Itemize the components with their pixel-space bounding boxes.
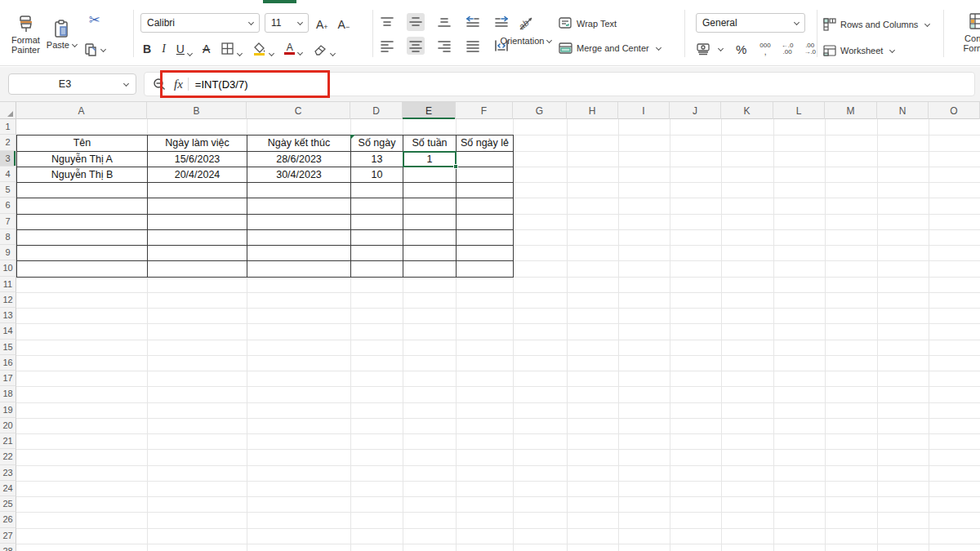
decrease-font-button[interactable]: A− [336, 13, 353, 33]
merge-center-button[interactable]: Merge and Center [559, 39, 661, 57]
grid-cell-F9[interactable] [457, 246, 514, 261]
grid-cell-B2[interactable]: Ngày làm việc [148, 136, 247, 151]
grid-cell-C9[interactable] [247, 246, 351, 261]
column-header-N[interactable]: N [877, 102, 929, 119]
grid-cell-D4[interactable]: 10 [351, 167, 403, 183]
eraser-button[interactable] [310, 41, 337, 57]
grid-cell-D2[interactable]: Số ngày [351, 136, 403, 151]
row-header-7[interactable]: 7 [0, 214, 16, 229]
grid-cell-C8[interactable] [247, 230, 351, 246]
row-header-14[interactable]: 14 [0, 323, 16, 339]
grid-cell-A10[interactable] [17, 261, 148, 277]
select-all-corner[interactable] [0, 102, 16, 119]
cut-scissors-icon[interactable]: ✂ [88, 11, 100, 29]
wrap-text-button[interactable]: Wrap Text [559, 15, 661, 33]
row-header-21[interactable]: 21 [0, 433, 16, 449]
grid-cell-D5[interactable] [351, 183, 403, 198]
grid-cell-A2[interactable]: Tên [17, 136, 148, 151]
grid-cell-F10[interactable] [457, 261, 514, 277]
row-header-5[interactable]: 5 [0, 182, 16, 198]
row-header-3[interactable]: 3 [0, 151, 16, 167]
row-header-26[interactable]: 26 [0, 512, 16, 527]
row-header-20[interactable]: 20 [0, 418, 16, 433]
grid-cell-A8[interactable] [17, 230, 148, 246]
format-painter-button[interactable]: Format Painter [11, 11, 40, 57]
grid-cell-B5[interactable] [148, 183, 247, 198]
align-bottom-icon[interactable] [435, 13, 453, 31]
percent-style-button[interactable]: % [733, 41, 749, 58]
grid-cell-B3[interactable]: 15/6/2023 [148, 152, 247, 167]
grid-cell-C10[interactable] [247, 261, 351, 277]
grid-cell-E6[interactable] [403, 198, 457, 214]
grid-cell-F5[interactable] [457, 183, 514, 198]
borders-button[interactable] [218, 40, 244, 57]
column-header-G[interactable]: G [513, 102, 567, 119]
currency-button[interactable] [696, 40, 723, 58]
row-header-28[interactable]: 28 [0, 544, 16, 551]
row-header-17[interactable]: 17 [0, 371, 16, 386]
grid-cell-D6[interactable] [351, 198, 403, 214]
grid-cell-A5[interactable] [17, 183, 148, 198]
row-header-18[interactable]: 18 [0, 386, 16, 402]
grid-cell-C6[interactable] [247, 198, 351, 214]
comma-style-button[interactable]: 000, [760, 42, 770, 56]
copy-button[interactable] [83, 42, 105, 57]
formula-input[interactable]: fx =INT(D3/7) [144, 72, 975, 96]
row-header-16[interactable]: 16 [0, 355, 16, 371]
row-header-22[interactable]: 22 [0, 449, 16, 464]
grid-cell-D7[interactable] [351, 215, 403, 230]
number-format-combo[interactable]: General [696, 13, 805, 33]
column-header-H[interactable]: H [567, 102, 618, 119]
name-box[interactable]: E3 [8, 73, 136, 95]
grid-cell-D3[interactable]: 13 [351, 152, 403, 167]
grid-cell-F6[interactable] [457, 198, 514, 214]
grid-cell-E4[interactable] [403, 167, 457, 183]
conditional-formatting-button[interactable]: Condit Format [949, 11, 980, 53]
fill-handle[interactable] [453, 164, 458, 169]
bold-button[interactable]: B [140, 41, 154, 57]
align-top-icon[interactable] [378, 13, 396, 31]
grid-cell-E7[interactable] [403, 215, 457, 230]
grid-cell-E8[interactable] [403, 230, 457, 246]
row-header-4[interactable]: 4 [0, 167, 16, 182]
row-header-27[interactable]: 27 [0, 528, 16, 544]
font-name-combo[interactable]: Calibri [140, 13, 260, 33]
row-header-13[interactable]: 13 [0, 308, 16, 323]
grid-cell-A3[interactable]: Nguyễn Thị A [17, 152, 148, 167]
row-header-23[interactable]: 23 [0, 465, 16, 481]
grid-cell-B9[interactable] [148, 246, 247, 261]
grid-cell-B7[interactable] [148, 215, 247, 230]
row-header-11[interactable]: 11 [0, 277, 16, 292]
grid-cell-F4[interactable] [457, 167, 514, 183]
worksheet-button[interactable]: Worksheet [823, 42, 929, 60]
formula-text[interactable]: =INT(D3/7) [195, 78, 248, 91]
paste-button[interactable]: Paste [47, 11, 77, 57]
column-header-E[interactable]: E [403, 102, 456, 119]
row-header-9[interactable]: 9 [0, 245, 16, 260]
row-header-15[interactable]: 15 [0, 340, 16, 355]
align-center-icon[interactable] [407, 37, 425, 55]
grid-cell-B8[interactable] [148, 230, 247, 246]
row-header-19[interactable]: 19 [0, 402, 16, 418]
grid-cell-D8[interactable] [351, 230, 403, 246]
row-header-1[interactable]: 1 [0, 119, 16, 135]
grid-cell-C2[interactable]: Ngày kết thúc [247, 136, 351, 151]
grid-cell-A4[interactable]: Nguyễn Thị B [17, 167, 148, 183]
fill-color-button[interactable] [250, 40, 276, 57]
decrease-decimal-button[interactable]: ←.0.00 [782, 42, 794, 56]
column-header-K[interactable]: K [721, 102, 773, 119]
font-size-combo[interactable]: 11 [265, 13, 309, 33]
column-header-C[interactable]: C [247, 102, 350, 119]
underline-button[interactable]: U [174, 41, 194, 57]
align-middle-icon[interactable] [407, 13, 425, 31]
column-header-M[interactable]: M [825, 102, 877, 119]
grid-cell-B10[interactable] [148, 261, 247, 277]
decrease-indent-icon[interactable] [464, 13, 482, 31]
grid-cell-A6[interactable] [17, 198, 148, 214]
grid-cell-A9[interactable] [17, 246, 148, 261]
grid-cell-C5[interactable] [247, 183, 351, 198]
zoom-magnifier-icon[interactable] [153, 78, 166, 91]
grid-cell-C7[interactable] [247, 215, 351, 230]
column-header-B[interactable]: B [147, 102, 247, 119]
column-header-J[interactable]: J [670, 102, 721, 119]
